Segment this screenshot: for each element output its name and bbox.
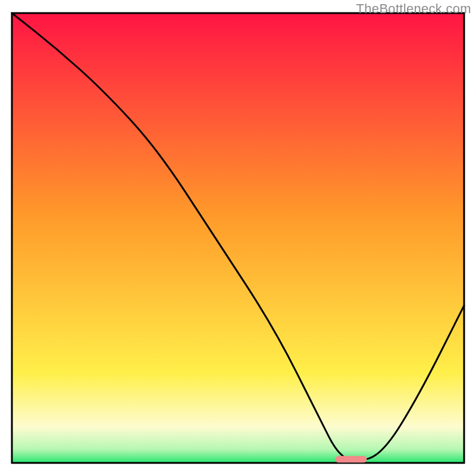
bottleneck-chart: TheBottleneck.com — [0, 0, 476, 476]
chart-svg — [0, 0, 476, 476]
gradient-background — [12, 13, 464, 463]
optimal-point-marker — [335, 456, 367, 462]
plot-area — [12, 13, 464, 463]
watermark-text: TheBottleneck.com — [356, 1, 471, 17]
